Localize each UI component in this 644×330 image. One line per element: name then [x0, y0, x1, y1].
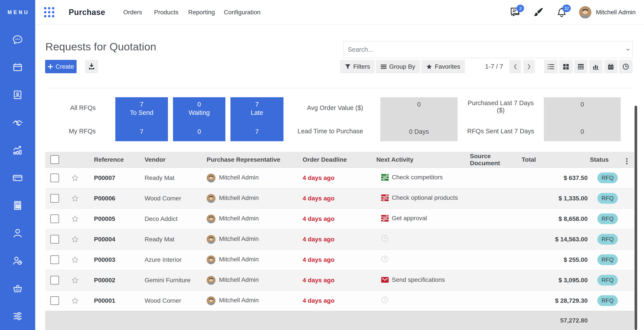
favorite-star-icon[interactable] — [71, 215, 79, 223]
col-status[interactable]: Status — [590, 152, 625, 168]
waiting-all-count[interactable]: 0 — [173, 101, 226, 108]
rep-avatar — [207, 296, 216, 305]
table-footer-row: 57,272.80 — [45, 311, 634, 330]
create-button[interactable]: Create — [45, 60, 76, 73]
table-row[interactable]: P00002 Gemini Furniture Mitchell Admin 4… — [45, 270, 634, 290]
sidebar-item-calendar[interactable] — [0, 53, 35, 81]
nav-products[interactable]: Products — [154, 0, 178, 25]
favorite-star-icon[interactable] — [71, 174, 79, 182]
credit-card-icon — [12, 172, 23, 184]
search-input[interactable] — [343, 46, 626, 53]
favorites-button[interactable]: Favorites — [421, 60, 465, 73]
late-label: Late — [230, 109, 284, 116]
col-deadline[interactable]: Order Deadline — [302, 152, 375, 168]
row-checkbox[interactable] — [50, 194, 59, 203]
next-activity[interactable]: Get approval — [376, 215, 427, 222]
kanban-view-button[interactable] — [559, 60, 573, 73]
messages-icon[interactable]: 3 — [509, 6, 521, 18]
vertical-scrollbar[interactable] — [634, 106, 637, 330]
search-caret-icon[interactable] — [626, 48, 632, 51]
tasks-activity-icon — [381, 215, 389, 222]
table-row[interactable]: P00006 Wood Corner Mitchell Admin 4 days… — [45, 188, 634, 209]
late-all-count[interactable]: 7 — [230, 101, 284, 108]
sidebar-item-employees[interactable] — [0, 219, 35, 247]
favorite-star-icon[interactable] — [71, 235, 79, 243]
pager-previous-button[interactable] — [509, 60, 521, 73]
table-row[interactable]: P00003 Azure Interior Mitchell Admin 4 d… — [45, 250, 634, 270]
groupby-button[interactable]: Group By — [376, 60, 420, 73]
calendar-view-button[interactable] — [604, 60, 618, 73]
total-amount: $ 255.00 — [564, 256, 588, 263]
row-checkbox[interactable] — [50, 235, 59, 244]
filters-button[interactable]: Filters — [340, 60, 375, 73]
sidebar-item-purchase[interactable] — [0, 275, 35, 303]
next-activity[interactable] — [376, 235, 391, 242]
row-checkbox[interactable] — [50, 255, 59, 264]
next-activity[interactable]: Check optional products — [376, 194, 458, 201]
search-box — [343, 41, 632, 58]
user-name[interactable]: Mitchell Admin — [596, 9, 636, 16]
pager-next-button[interactable] — [523, 60, 535, 73]
dashboard-tile-late[interactable]: 7 Late 7 — [230, 97, 284, 141]
order-deadline: 4 days ago — [303, 236, 334, 243]
nav-reporting[interactable]: Reporting — [188, 0, 215, 25]
table-row[interactable]: P00001 Wood Corner Mitchell Admin 4 days… — [45, 290, 634, 311]
sidebar-item-invoicing[interactable] — [0, 164, 35, 192]
row-checkbox[interactable] — [50, 174, 59, 182]
row-checkbox[interactable] — [50, 215, 59, 223]
select-all-checkbox[interactable] — [50, 155, 59, 164]
dashboard-tile-to-send[interactable]: 7 To Send 7 — [115, 97, 168, 141]
sidebar-item-settings[interactable] — [0, 302, 35, 330]
export-button[interactable] — [85, 60, 98, 73]
pivot-view-button[interactable] — [574, 60, 588, 73]
purchased-last7-value: 0 — [544, 101, 621, 108]
theme-brush-icon[interactable] — [532, 6, 544, 18]
sidebar-item-crm[interactable] — [0, 109, 35, 136]
to-send-all-count[interactable]: 7 — [115, 101, 168, 108]
rep-avatar — [207, 194, 216, 203]
table-row[interactable]: P00005 Deco Addict Mitchell Admin 4 days… — [45, 209, 634, 229]
activity-view-button[interactable] — [619, 60, 632, 73]
row-checkbox[interactable] — [50, 276, 59, 285]
waiting-my-count[interactable]: 0 — [173, 128, 226, 135]
col-activity[interactable]: Next Activity — [375, 152, 470, 168]
nav-orders[interactable]: Orders — [123, 0, 142, 25]
col-rep[interactable]: Purchase Representative — [206, 152, 302, 168]
next-activity[interactable] — [376, 255, 391, 263]
notifications-icon[interactable]: 32 — [556, 6, 568, 18]
dashboard-tile-waiting[interactable]: 0 Waiting 0 — [173, 97, 226, 141]
menu-toggle-button[interactable]: MENU — [0, 0, 35, 25]
nav-configuration[interactable]: Configuration — [224, 0, 260, 25]
column-options-icon[interactable] — [625, 157, 628, 165]
sidebar-item-attendance[interactable] — [0, 247, 35, 275]
next-activity[interactable]: Send specifications — [376, 276, 445, 283]
row-checkbox[interactable] — [50, 296, 59, 305]
table-row[interactable]: P00007 Ready Mat Mitchell Admin 4 days a… — [45, 168, 634, 188]
app-name[interactable]: Purchase — [69, 0, 105, 25]
late-my-count[interactable]: 7 — [230, 128, 284, 135]
chat-bubble-icon — [12, 34, 23, 45]
to-send-my-count[interactable]: 7 — [115, 128, 168, 135]
chart-growth-icon — [12, 145, 23, 156]
favorite-star-icon[interactable] — [71, 195, 79, 202]
sidebar-item-accounting[interactable] — [0, 192, 35, 219]
next-activity[interactable] — [376, 296, 391, 303]
table-row[interactable]: P00004 Ready Mat Mitchell Admin 4 days a… — [45, 229, 634, 250]
col-total[interactable]: Total — [522, 152, 590, 168]
favorite-star-icon[interactable] — [71, 256, 79, 264]
list-view-button[interactable] — [544, 60, 558, 73]
sidebar-item-discuss[interactable] — [0, 26, 35, 53]
col-vendor[interactable]: Vendor — [144, 152, 206, 168]
favorite-star-icon[interactable] — [71, 276, 79, 284]
chevron-right-icon — [527, 63, 531, 70]
next-activity[interactable]: Check competitors — [376, 174, 443, 181]
col-source[interactable]: Source Document — [470, 152, 522, 168]
sidebar-item-sales[interactable] — [0, 136, 35, 164]
graph-view-button[interactable] — [589, 60, 602, 73]
col-reference[interactable]: Reference — [85, 152, 144, 168]
apps-grid-icon[interactable] — [44, 7, 54, 17]
star-icon — [426, 64, 432, 70]
favorite-star-icon[interactable] — [71, 297, 79, 305]
user-avatar[interactable] — [579, 6, 592, 18]
sidebar-item-contacts[interactable] — [0, 81, 35, 109]
